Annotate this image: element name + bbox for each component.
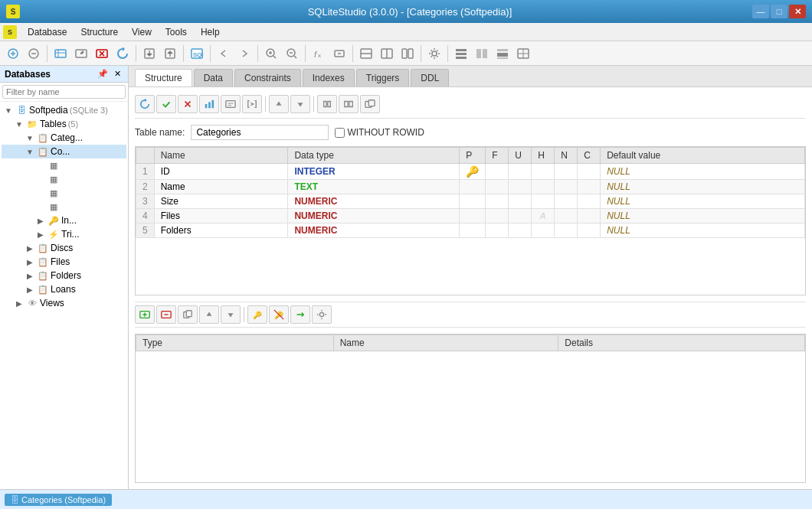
tb-grid4-btn[interactable] xyxy=(513,44,533,64)
tb-func-btn[interactable]: fx xyxy=(309,44,329,64)
tb-del-table-btn[interactable] xyxy=(92,44,112,64)
tab-indexes[interactable]: Indexes xyxy=(303,69,355,86)
stb-merge-btn[interactable] xyxy=(317,95,337,113)
col-h[interactable] xyxy=(532,194,555,209)
expand-icon[interactable]: ▼ xyxy=(25,132,35,143)
close-button[interactable]: ✕ xyxy=(789,5,806,18)
expand-icon[interactable]: ▶ xyxy=(25,284,35,295)
expand-icon[interactable]: ▶ xyxy=(25,270,35,281)
table-row[interactable]: 5 Folders NUMERIC NULL xyxy=(136,224,805,238)
tree-item-triggers[interactable]: ▶ ⚡ Tri... xyxy=(2,227,126,241)
tab-structure[interactable]: Structure xyxy=(135,69,192,86)
stb-json-btn[interactable] xyxy=(242,95,262,113)
btb-add-pk-btn[interactable]: 🔑 xyxy=(247,305,267,324)
col-u[interactable] xyxy=(509,209,532,224)
col-f[interactable] xyxy=(486,194,509,209)
sidebar-filter-input[interactable] xyxy=(2,85,126,99)
expand-icon[interactable]: ▼ xyxy=(25,146,35,157)
col-default[interactable]: NULL xyxy=(601,194,805,209)
sidebar-close-btn[interactable]: ✕ xyxy=(112,68,123,80)
col-u[interactable] xyxy=(509,164,532,180)
tb-next-btn[interactable] xyxy=(234,44,254,64)
table-row[interactable]: 2 Name TEXT NULL xyxy=(136,180,805,194)
btb-remove-col-btn[interactable] xyxy=(156,305,176,324)
tree-item-files[interactable]: ▶ 📋 Files xyxy=(2,255,126,269)
status-categories-btn[interactable]: 🗄 Categories (Softpedia) xyxy=(5,494,112,506)
sidebar-pin-btn[interactable]: 📌 xyxy=(95,68,110,80)
menu-tools[interactable]: Tools xyxy=(159,25,193,39)
col-h[interactable] xyxy=(532,180,555,194)
stb-clone-btn[interactable] xyxy=(360,95,380,113)
expand-icon[interactable]: ▶ xyxy=(35,215,46,226)
col-name[interactable]: Files xyxy=(154,209,288,224)
menu-database[interactable]: Database xyxy=(21,25,73,39)
col-h[interactable]: A xyxy=(532,209,555,224)
col-p[interactable] xyxy=(460,194,486,209)
col-f[interactable] xyxy=(486,180,509,194)
col-type[interactable]: TEXT xyxy=(288,180,460,194)
col-c[interactable] xyxy=(578,224,601,238)
tab-data[interactable]: Data xyxy=(194,69,233,86)
menu-structure[interactable]: Structure xyxy=(74,25,124,39)
col-type[interactable]: NUMERIC xyxy=(288,209,460,224)
minimize-button[interactable]: — xyxy=(752,5,769,18)
col-n[interactable] xyxy=(555,164,578,180)
tree-item-discs[interactable]: ▶ 📋 Discs xyxy=(2,241,126,255)
tb-new-table-btn[interactable] xyxy=(51,44,70,64)
stb-unmerge-btn[interactable] xyxy=(339,95,359,113)
col-p[interactable]: 🔑 xyxy=(460,164,486,180)
tree-item-co[interactable]: ▼ 📋 Co... xyxy=(2,145,126,158)
table-row[interactable]: 1 ID INTEGER 🔑 NULL xyxy=(136,164,805,180)
tb-split-h-btn[interactable] xyxy=(356,44,376,64)
col-c[interactable] xyxy=(578,180,601,194)
tree-item-softpedia[interactable]: ▼ 🗄 Softpedia (SQLite 3) xyxy=(2,103,126,117)
col-type[interactable]: NUMERIC xyxy=(288,224,460,238)
btb-up-btn[interactable] xyxy=(199,305,219,324)
tb-col-view-btn[interactable] xyxy=(398,44,417,64)
stb-commit-btn[interactable] xyxy=(156,95,176,113)
stb-rollback-btn[interactable] xyxy=(178,95,198,113)
btb-add-col-btn[interactable] xyxy=(135,305,155,324)
col-n[interactable] xyxy=(555,224,578,238)
col-name[interactable]: Size xyxy=(154,194,288,209)
tree-item-tables[interactable]: ▼ 📁 Tables (5) xyxy=(2,117,126,131)
stb-refresh-btn[interactable] xyxy=(135,95,155,113)
expand-icon[interactable]: ▶ xyxy=(35,229,46,240)
col-name[interactable]: Folders xyxy=(154,224,288,238)
col-n[interactable] xyxy=(555,194,578,209)
col-h[interactable] xyxy=(532,164,555,180)
tree-item-folders[interactable]: ▶ 📋 Folders xyxy=(2,269,126,282)
stb-form-btn[interactable] xyxy=(221,95,241,113)
col-c[interactable] xyxy=(578,164,601,180)
tree-item-indexes[interactable]: ▶ 🔑 In... xyxy=(2,214,126,227)
col-u[interactable] xyxy=(509,180,532,194)
tb-zoom-in-btn[interactable] xyxy=(261,44,281,64)
col-p[interactable] xyxy=(460,224,486,238)
btb-config-btn[interactable] xyxy=(312,305,332,324)
stb-move-up-btn[interactable] xyxy=(269,95,289,113)
tab-ddl[interactable]: DDL xyxy=(411,69,449,86)
table-row[interactable]: 4 Files NUMERIC A NULL xyxy=(136,209,805,224)
stb-move-down-btn[interactable] xyxy=(290,95,310,113)
expand-icon[interactable]: ▶ xyxy=(25,243,35,253)
tb-prev-btn[interactable] xyxy=(214,44,234,64)
col-name[interactable]: ID xyxy=(154,164,288,180)
expand-icon[interactable]: ▶ xyxy=(25,256,35,267)
col-default[interactable]: NULL xyxy=(601,224,805,238)
maximize-button[interactable]: □ xyxy=(771,5,787,18)
tb-zoom-out-btn[interactable] xyxy=(282,44,302,64)
col-p[interactable] xyxy=(460,180,486,194)
expand-icon[interactable]: ▼ xyxy=(3,105,14,116)
tb-edit-table-btn[interactable] xyxy=(71,44,91,64)
col-c[interactable] xyxy=(578,194,601,209)
col-default[interactable]: NULL xyxy=(601,180,805,194)
tb-connect-btn[interactable] xyxy=(3,44,23,64)
btb-copy-col-btn[interactable] xyxy=(178,305,198,324)
col-type[interactable]: NUMERIC xyxy=(288,194,460,209)
tb-disconnect-btn[interactable] xyxy=(24,44,44,64)
tb-import-btn[interactable] xyxy=(160,44,180,64)
expand-icon[interactable]: ▶ xyxy=(14,298,25,308)
col-f[interactable] xyxy=(486,164,509,180)
tb-sql-btn[interactable]: SQL xyxy=(187,44,207,64)
tree-item-loans[interactable]: ▶ 📋 Loans xyxy=(2,282,126,296)
